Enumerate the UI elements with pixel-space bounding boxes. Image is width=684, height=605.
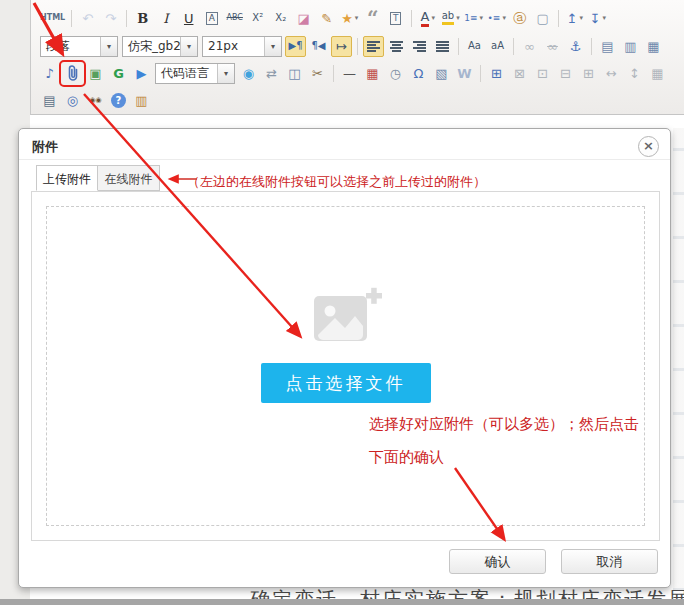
view-source-icon: HTML [40,14,65,22]
insert-template-button[interactable]: ◫ [284,63,305,84]
word-image-icon: W [457,67,471,80]
indent-button[interactable]: ↦ [331,36,352,57]
insert-map-button[interactable]: G [108,63,129,84]
font-border-icon: A [206,12,218,25]
image-float-left-button[interactable]: ▤ [597,36,618,57]
annotation-bottom-note-line1: 选择好对应附件（可以多选）；然后点击 [369,408,681,441]
font-size-select[interactable]: 21px▾ [202,36,282,57]
line-spacing-bottom-button[interactable]: ↧▾ [587,8,608,29]
paperclip-icon [64,64,82,82]
insert-time-button[interactable]: ◷ [385,63,406,84]
ltr-paragraph-icon: ▶¶ [288,41,302,51]
horizontal-rule-button[interactable]: — [339,63,360,84]
code-language-select[interactable]: 代码语言▾ [155,63,235,84]
word-image-button: W [454,63,475,84]
toolbar-separator [458,38,459,55]
image-float-right-icon: ▦ [647,40,659,53]
insert-video-button[interactable]: ▶ [131,63,152,84]
to-lowercase-icon: aA [491,41,504,51]
to-lowercase-button[interactable]: aA [487,36,508,57]
chevron-down-icon[interactable]: ▾ [217,64,234,83]
tab-online-attachment[interactable]: 在线附件 [98,165,160,191]
align-left-button[interactable] [363,36,384,57]
font-size-select-value: 21px [203,39,264,53]
dialog-titlebar[interactable] [19,129,670,160]
paragraph-format-select[interactable]: 段落▾ [40,36,118,57]
font-family-select[interactable]: 仿宋_gb231▾ [122,36,198,57]
close-icon[interactable]: × [638,136,659,157]
image-center-button[interactable]: ▥ [620,36,641,57]
help-button[interactable]: ? [108,90,129,111]
chevron-down-icon[interactable]: ▾ [100,37,117,56]
ordered-list-button[interactable]: 1≡▾ [463,8,484,29]
auto-typeset-button[interactable]: ★▾ [339,8,360,29]
unordered-list-button[interactable]: •≡▾ [486,8,507,29]
link-icon: ∞ [524,40,535,53]
web-app-icon: ◉ [243,67,254,80]
insert-music-button[interactable]: ♪ [39,63,60,84]
underline-button[interactable]: U [178,8,199,29]
image-placeholder-icon [309,285,383,347]
strikethrough-button[interactable]: ABC [224,8,245,29]
confirm-button[interactable]: 确认 [449,549,546,574]
superscript-button[interactable]: X² [247,8,268,29]
paste-plain-button[interactable]: T [385,8,406,29]
find-replace-button[interactable]: ◉◉ [85,90,106,111]
edit-image-button[interactable]: ▧ [431,63,452,84]
insert-attachment-button[interactable] [62,63,83,84]
toolbar-separator [591,38,592,55]
edit-image-icon: ▧ [435,67,447,80]
format-painter-button[interactable]: ✎ [316,8,337,29]
tab-upload-attachment[interactable]: 上传附件 [36,165,98,191]
ltr-paragraph-button[interactable]: ▶¶ [285,36,306,57]
insert-table-button[interactable]: ⊞ [486,63,507,84]
italic-button[interactable]: I [155,8,176,29]
code-language-select-value: 代码语言 [156,65,217,82]
insert-image-button[interactable]: ▣ [85,63,106,84]
bold-button[interactable]: B [132,8,153,29]
bottom-scroll-band[interactable] [0,599,684,605]
remove-format-button[interactable]: ◪ [293,8,314,29]
align-center-button[interactable] [386,36,407,57]
preview-button[interactable]: ◎ [62,90,83,111]
align-center-icon [390,41,403,52]
print-button[interactable]: ▤ [39,90,60,111]
web-app-button[interactable]: ◉ [238,63,259,84]
chevron-down-icon[interactable]: ▾ [264,37,281,56]
upload-panel: 点击选择文件 [31,191,660,541]
screenshot-icon: ✂ [312,67,323,80]
to-uppercase-button[interactable]: Aa [464,36,485,57]
file-dropzone[interactable]: 点击选择文件 [46,206,645,526]
align-justify-button[interactable] [432,36,453,57]
delete-table-icon: ⊠ [514,67,525,80]
chevron-down-icon[interactable]: ▾ [180,37,197,56]
image-float-right-button[interactable]: ▦ [643,36,664,57]
special-chars-button[interactable]: Ω [408,63,429,84]
rtl-paragraph-button[interactable]: ¶◀ [308,36,329,57]
unlink-button: ∞ [542,36,563,57]
insert-date-button[interactable]: ▦ [362,63,383,84]
undo-icon: ↶ [82,12,93,25]
undo-button: ↶ [77,8,98,29]
font-color-icon: A [421,10,430,27]
cancel-button[interactable]: 取消 [561,549,658,574]
select-file-button[interactable]: 点击选择文件 [261,363,431,403]
page-break-button[interactable]: ⇄ [261,63,282,84]
select-all-button[interactable]: ⓐ [509,8,530,29]
font-border-button[interactable]: A [201,8,222,29]
blockquote-button[interactable]: “ [362,8,383,29]
clear-doc-button[interactable]: ▢ [532,8,553,29]
view-source-button[interactable]: HTML [39,8,66,29]
align-right-button[interactable] [409,36,430,57]
delete-table-button: ⊠ [509,63,530,84]
align-left-icon [367,41,380,52]
line-spacing-top-button[interactable]: ↥▾ [564,8,585,29]
paste-button[interactable]: ▥ [131,90,152,111]
anchor-button[interactable]: ⚓ [565,36,586,57]
subscript-button[interactable]: X₂ [270,8,291,29]
screenshot-button[interactable]: ✂ [307,63,328,84]
chevron-down-icon: ▾ [579,14,583,22]
highlight-color-button[interactable]: ab▾ [440,8,461,29]
paste-plain-icon: T [390,12,402,25]
font-color-button[interactable]: A▾ [417,8,438,29]
